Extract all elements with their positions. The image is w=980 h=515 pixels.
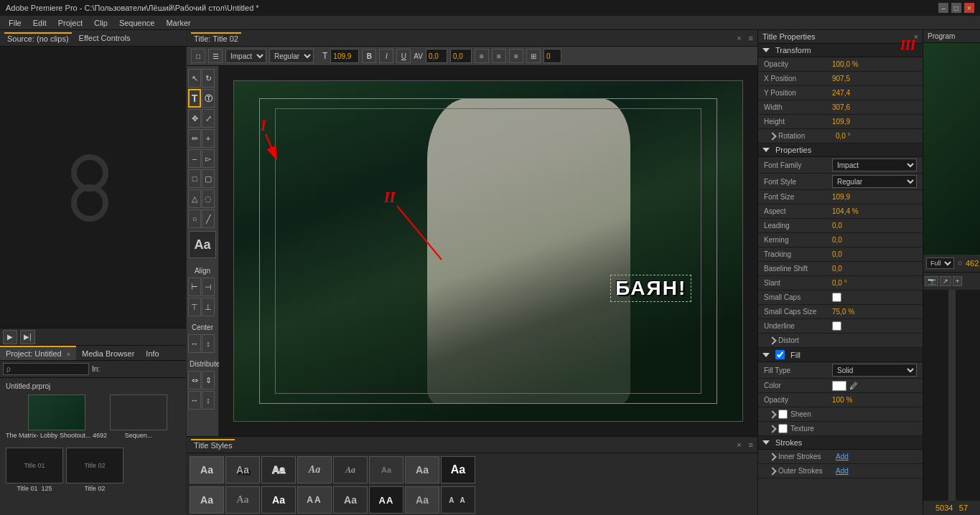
properties-section-header[interactable]: Properties [758, 143, 923, 157]
small-caps-size-value[interactable]: 75,0 % [832, 308, 917, 316]
tab-stops-btn[interactable]: ⊞ [526, 49, 541, 63]
slant-value[interactable]: 0,0 ° [832, 279, 917, 287]
title-styles-options[interactable]: ≡ [749, 440, 753, 449]
prog-export-btn[interactable]: ↗ [940, 276, 951, 286]
effect-controls-tab[interactable]: Effect Controls [76, 33, 134, 43]
menu-sequence[interactable]: Sequence [113, 17, 161, 29]
small-caps-checkbox[interactable] [832, 293, 841, 302]
menu-edit[interactable]: Edit [27, 17, 52, 29]
opacity-value[interactable]: 100,0 % [832, 60, 917, 68]
menu-marker[interactable]: Marker [160, 17, 196, 29]
y-position-value[interactable]: 247,4 [832, 89, 917, 97]
center-v-tool[interactable]: ↕ [202, 334, 215, 353]
style-thumb-15[interactable]: A A [441, 486, 475, 514]
font-size-input[interactable] [330, 49, 359, 63]
font-style-select[interactable]: Regular [269, 49, 314, 63]
height-value[interactable]: 109,9 [832, 118, 917, 126]
line-tool-btn[interactable]: ╱ [202, 209, 215, 228]
search-input[interactable] [3, 363, 89, 375]
kerning-value[interactable]: 0,0 [832, 236, 917, 244]
align-top-tool[interactable]: ⊤ [188, 298, 201, 316]
bold-btn[interactable]: B [362, 49, 376, 63]
toolbar-templates-btn[interactable]: ☰ [208, 49, 223, 63]
toolbar-new-title-btn[interactable]: □ [191, 49, 205, 63]
width-value[interactable]: 307,6 [832, 103, 917, 111]
clip-item-sequence[interactable]: Sequen... [110, 394, 167, 439]
title-editor-label[interactable]: Title: Title 02 [191, 32, 241, 44]
prog-camera-btn[interactable]: 📷 [925, 276, 938, 286]
eyedropper-icon[interactable]: 🖉 [849, 381, 858, 391]
style-thumb-13[interactable]: AA [369, 486, 403, 514]
menu-project[interactable]: Project [52, 17, 88, 29]
dist-h2-tool[interactable]: ↔ [188, 391, 201, 410]
vertical-scrollbar[interactable] [948, 290, 956, 501]
title-editor-options[interactable]: ≡ [749, 34, 753, 42]
x-position-value[interactable]: 907,5 [832, 75, 917, 82]
clip-item-matrix[interactable]: The Matrix- Lobby Shootout... 4692 [6, 394, 107, 439]
color-swatch[interactable] [832, 381, 846, 391]
close-button[interactable]: × [964, 3, 974, 13]
canvas-area[interactable]: БАЯН! I II [219, 66, 757, 436]
ellipse-tool-btn[interactable]: ○ [188, 209, 201, 228]
text-tool-btn[interactable]: T [188, 89, 201, 108]
source-step-btn[interactable]: ▶| [20, 330, 35, 344]
italic-btn[interactable]: I [379, 49, 393, 63]
transform-section-header[interactable]: Transform [758, 44, 923, 57]
orientation-input[interactable] [543, 49, 561, 63]
style-thumb-2[interactable]: Aa [261, 456, 296, 483]
fill-type-select[interactable]: Solid [832, 364, 917, 377]
fill-section-header[interactable]: Fill [758, 348, 923, 362]
align-left-tool[interactable]: ⊢ [188, 278, 201, 296]
center-h-tool[interactable]: ↔ [188, 334, 201, 353]
style-thumb-6[interactable]: Aa [405, 456, 439, 483]
align-right-btn[interactable]: ≡ [509, 49, 523, 63]
add-anchor-tool-btn[interactable]: + [202, 129, 215, 148]
clip-item-title01[interactable]: Title 01 Title 01 125 [6, 448, 63, 492]
underline-btn[interactable]: U [396, 49, 411, 63]
rounded-rect-tool-btn[interactable]: ▢ [202, 169, 215, 188]
align-bottom-tool[interactable]: ⊥ [202, 298, 215, 316]
prog-add-btn[interactable]: + [953, 276, 962, 286]
style-thumb-14[interactable]: Aa [405, 486, 439, 514]
rotate-tool-btn[interactable]: ↻ [202, 69, 215, 88]
strokes-section-header[interactable]: Strokes [758, 436, 923, 450]
texture-checkbox[interactable] [778, 424, 788, 433]
leading-value[interactable]: 0,0 [832, 222, 917, 230]
title-props-close[interactable]: × [914, 32, 918, 41]
font-size-value[interactable]: 109,9 [832, 193, 917, 201]
align-center-btn[interactable]: ≡ [492, 49, 506, 63]
style-thumb-10[interactable]: Aa [261, 486, 296, 514]
dist-v2-tool[interactable]: ↕ [202, 391, 215, 410]
project-tab-untitled[interactable]: Project: Untitled × [0, 346, 76, 360]
leading-input[interactable] [450, 49, 472, 63]
rotation-value[interactable]: 0,0 ° [836, 132, 917, 140]
wedge-tool-btn[interactable]: △ [188, 189, 201, 208]
quality-select[interactable]: Full [926, 258, 954, 269]
title-editor-close[interactable]: × [737, 34, 741, 42]
delete-anchor-tool-btn[interactable]: – [188, 149, 201, 168]
style-thumb-11[interactable]: AA [297, 486, 332, 514]
fill-opacity-value[interactable]: 100 % [832, 396, 917, 404]
text-overlay[interactable]: БАЯН! [610, 275, 691, 302]
align-left-btn[interactable]: ≡ [475, 49, 489, 63]
transform-tool-btn[interactable]: ⤢ [202, 109, 215, 128]
underline-checkbox[interactable] [832, 321, 841, 331]
minimize-button[interactable]: – [938, 3, 948, 13]
font-preview-box[interactable]: Aa [189, 231, 216, 258]
vertical-text-tool-btn[interactable]: Ⓣ [202, 89, 215, 108]
project-tab-info[interactable]: Info [140, 346, 164, 360]
maximize-button[interactable]: □ [951, 3, 961, 13]
menu-file[interactable]: File [3, 17, 27, 29]
style-thumb-0[interactable]: Aa [190, 456, 224, 483]
font-family-prop-select[interactable]: Impact [832, 159, 917, 171]
style-thumb-5[interactable]: Aa [369, 456, 403, 483]
pen-tool-btn[interactable]: ✏ [188, 129, 201, 148]
dist-v-tool[interactable]: ⇕ [202, 371, 215, 389]
project-tab-media[interactable]: Media Browser [76, 346, 140, 360]
style-thumb-3[interactable]: Aa [297, 456, 332, 483]
outer-strokes-add-link[interactable]: Add [836, 467, 849, 475]
tracking-value[interactable]: 0,0 [832, 250, 917, 258]
select-tool-btn[interactable]: ↖ [188, 69, 201, 88]
project-tab-close[interactable]: × [67, 351, 70, 358]
style-thumb-4[interactable]: Aa [333, 456, 368, 483]
